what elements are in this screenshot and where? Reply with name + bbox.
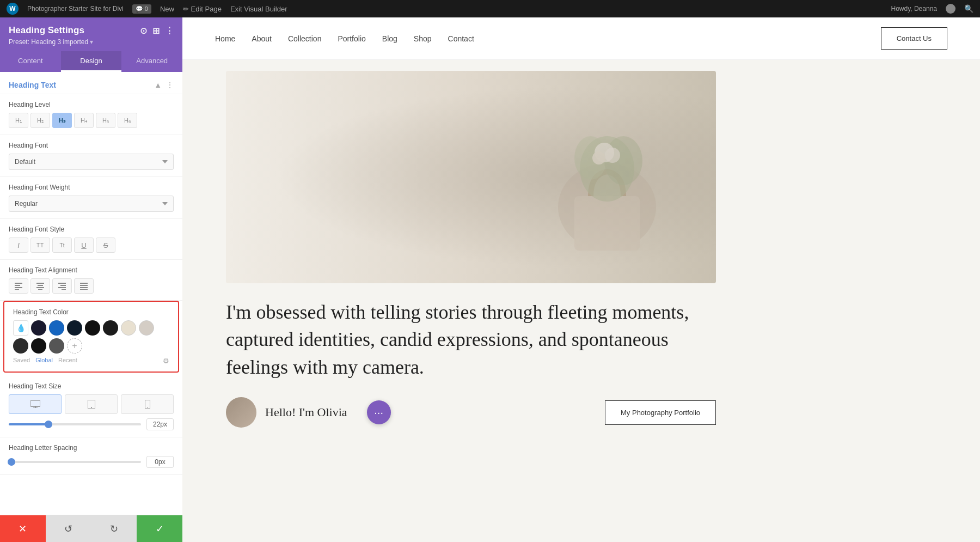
italic-btn[interactable]: I xyxy=(9,237,28,253)
color-swatch-3[interactable] xyxy=(67,320,82,336)
svg-rect-9 xyxy=(60,285,66,286)
heading-font-select[interactable]: Default xyxy=(9,154,174,170)
panel-preset: Preset: Heading 3 imported ▾ xyxy=(9,38,174,46)
color-settings-icon[interactable]: ⚙ xyxy=(163,357,169,365)
color-swatch-8[interactable] xyxy=(13,338,28,354)
hero-decorative-svg xyxy=(520,87,683,267)
user-avatar[interactable] xyxy=(946,4,955,14)
panel-body: Heading Text ▲ ⋮ Heading Level H₁ H₂ H₃ … xyxy=(0,72,182,542)
heading-h1-btn[interactable]: H₁ xyxy=(9,113,28,128)
eyedropper-btn[interactable]: 💧 xyxy=(13,320,28,336)
add-color-btn[interactable]: + xyxy=(67,338,82,354)
comment-count[interactable]: 💬 0 xyxy=(132,4,151,14)
font-style-buttons: I TT Tt U S xyxy=(9,237,174,253)
panel-tabs: Content Design Advanced xyxy=(0,51,182,72)
site-name[interactable]: Photographer Starter Site for Divi xyxy=(27,5,124,13)
letter-spacing-slider-track[interactable] xyxy=(9,461,141,463)
tab-design[interactable]: Design xyxy=(61,51,122,72)
section-header-icons: ▲ ⋮ xyxy=(154,81,174,89)
cancel-button[interactable]: ✕ xyxy=(0,515,46,542)
svg-point-20 xyxy=(91,407,92,408)
align-justify-btn[interactable] xyxy=(74,278,94,294)
heading-font-weight-select[interactable]: Regular xyxy=(9,196,174,212)
heading-h4-btn[interactable]: H₄ xyxy=(74,113,94,128)
howdy-text: Howdy, Deanna xyxy=(891,5,938,13)
size-slider-track[interactable] xyxy=(9,423,141,425)
color-swatch-2[interactable] xyxy=(49,320,64,336)
color-tab-saved[interactable]: Saved xyxy=(13,357,30,365)
redo-button[interactable]: ↻ xyxy=(91,515,137,542)
color-swatch-4[interactable] xyxy=(85,320,100,336)
color-tab-recent[interactable]: Recent xyxy=(58,357,77,365)
align-right-btn[interactable] xyxy=(52,278,72,294)
underline-btn[interactable]: U xyxy=(74,237,94,253)
svg-rect-10 xyxy=(58,287,66,288)
color-swatch-10[interactable] xyxy=(49,338,64,354)
portfolio-button[interactable]: My Photography Portfolio xyxy=(605,400,716,425)
more-options-icon[interactable]: ⋮ xyxy=(165,26,174,36)
color-swatches: 💧 + xyxy=(13,320,169,354)
collapse-icon[interactable]: ▲ xyxy=(154,81,162,89)
color-tab-global[interactable]: Global xyxy=(35,357,53,365)
size-device-controls xyxy=(9,394,174,414)
svg-rect-3 xyxy=(15,289,19,290)
focus-mode-icon[interactable]: ⊙ xyxy=(140,26,147,36)
site-nav: Home About Collection Portfolio Blog Sho… xyxy=(182,17,980,60)
color-tabs: Saved Global Recent ⚙ xyxy=(13,357,169,365)
new-button[interactable]: New xyxy=(160,5,174,13)
size-mobile-btn[interactable] xyxy=(121,394,174,414)
svg-rect-12 xyxy=(80,283,88,284)
color-swatch-6[interactable] xyxy=(121,320,136,336)
color-swatch-5[interactable] xyxy=(103,320,118,336)
main-layout: Heading Settings ⊙ ⊞ ⋮ Preset: Heading 3… xyxy=(0,17,980,542)
nav-portfolio[interactable]: Portfolio xyxy=(338,34,365,43)
align-center-icon xyxy=(36,282,44,290)
heading-font-weight-row: Heading Font Weight Regular xyxy=(0,177,182,219)
mobile-icon xyxy=(145,400,150,409)
align-center-btn[interactable] xyxy=(30,278,50,294)
nav-contact[interactable]: Contact xyxy=(448,34,474,43)
undo-button[interactable]: ↺ xyxy=(46,515,91,542)
svg-rect-6 xyxy=(36,287,44,288)
tab-advanced[interactable]: Advanced xyxy=(121,51,182,72)
wordpress-logo[interactable]: W xyxy=(7,3,19,15)
color-swatch-9[interactable] xyxy=(31,338,46,354)
size-desktop-btn[interactable] xyxy=(9,394,62,414)
heading-level-label: Heading Level xyxy=(9,101,174,108)
heading-h2-btn[interactable]: H₂ xyxy=(30,113,50,128)
section-menu-icon[interactable]: ⋮ xyxy=(166,81,174,89)
alignment-buttons xyxy=(9,278,174,294)
nav-collection[interactable]: Collection xyxy=(288,34,321,43)
color-swatch-1[interactable] xyxy=(31,320,46,336)
contact-us-button[interactable]: Contact Us xyxy=(881,27,947,50)
nav-blog[interactable]: Blog xyxy=(382,34,397,43)
heading-h3-btn[interactable]: H₃ xyxy=(52,113,72,128)
heading-h5-btn[interactable]: H₅ xyxy=(96,113,115,128)
nav-shop[interactable]: Shop xyxy=(414,34,432,43)
svg-point-29 xyxy=(605,148,620,163)
letter-spacing-slider-thumb[interactable] xyxy=(8,458,15,466)
capitalize-btn[interactable]: Tt xyxy=(52,237,72,253)
align-right-icon xyxy=(58,282,66,290)
size-slider-fill xyxy=(9,423,48,425)
fab-button[interactable]: ··· xyxy=(367,400,391,424)
heading-h6-btn[interactable]: H₆ xyxy=(118,113,137,128)
layout-icon[interactable]: ⊞ xyxy=(152,26,160,36)
nav-home[interactable]: Home xyxy=(215,34,235,43)
align-left-btn[interactable] xyxy=(9,278,28,294)
heading-font-row: Heading Font Default xyxy=(0,135,182,177)
save-button[interactable]: ✓ xyxy=(137,515,182,542)
exit-builder-button[interactable]: Exit Visual Builder xyxy=(230,5,287,13)
color-swatch-7[interactable] xyxy=(139,320,154,336)
nav-about[interactable]: About xyxy=(252,34,272,43)
uppercase-btn[interactable]: TT xyxy=(30,237,50,253)
search-icon[interactable]: 🔍 xyxy=(964,4,973,13)
size-slider-value[interactable]: 22px xyxy=(146,418,174,430)
letter-spacing-slider-value[interactable]: 0px xyxy=(146,456,174,468)
strikethrough-btn[interactable]: S xyxy=(96,237,115,253)
edit-page-button[interactable]: ✏ Edit Page xyxy=(183,5,222,13)
size-tablet-btn[interactable] xyxy=(65,394,118,414)
desktop-icon xyxy=(30,400,40,408)
tab-content[interactable]: Content xyxy=(0,51,61,72)
size-slider-thumb[interactable] xyxy=(45,421,52,428)
